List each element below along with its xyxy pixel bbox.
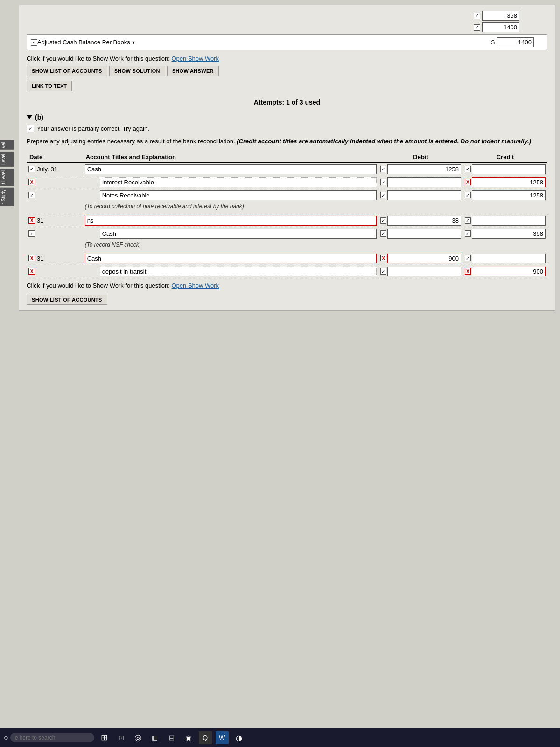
entry2-row2-credit-marker: ✓ xyxy=(465,230,471,237)
th-debit: Debit xyxy=(378,152,463,163)
bottom-buttons: SHOW LIST OF ACCOUNTS xyxy=(27,295,547,305)
link-to-text-row: LINK TO TEXT xyxy=(27,79,547,91)
bottom-show-work: Click if you would like to Show Work for… xyxy=(27,282,547,289)
th-credit: Credit xyxy=(463,152,547,163)
entry1-row1-marker: ✓ xyxy=(28,166,35,172)
collapse-icon[interactable] xyxy=(27,115,32,119)
entry1-row2-debit-cell: ✓ xyxy=(378,176,463,189)
entry3-account-cell xyxy=(83,252,378,265)
entry1-row3-date: ✓ xyxy=(27,189,83,202)
entry3-debit-cell: X xyxy=(378,252,463,265)
entry3-row2-debit-input[interactable] xyxy=(387,267,461,276)
open-show-work-link[interactable]: Open Show Work xyxy=(171,55,219,62)
entry1-date: July. 31 xyxy=(37,166,57,173)
entry1-row2-credit-x: X xyxy=(465,179,471,185)
entry1-interest-input[interactable] xyxy=(100,177,377,187)
taskbar-icon-6[interactable]: ◉ xyxy=(182,731,195,744)
taskbar: ○ ⊞ ⊡ ◎ ▦ ⊟ ◉ Q W ◑ xyxy=(0,728,560,747)
show-solution-button[interactable]: SHOW SOLUTION xyxy=(109,66,165,76)
entry1-row2-account-cell xyxy=(83,176,378,189)
entry1-account-input[interactable] xyxy=(85,164,377,174)
taskbar-icon-5[interactable]: ⊟ xyxy=(165,731,178,744)
sidebar-item-vel[interactable]: vel xyxy=(0,140,14,150)
entry1-memo: (To record collection of note receivable… xyxy=(83,202,547,211)
bottom-show-work-label: Click if you would like to Show Work for… xyxy=(27,282,170,289)
taskbar-icon-3[interactable]: ◎ xyxy=(132,731,145,744)
entry2-debit-input[interactable] xyxy=(387,216,461,226)
entry3-row2-account-cell xyxy=(83,265,378,278)
balance-input[interactable] xyxy=(497,37,534,47)
entry1-row3-debit-input[interactable] xyxy=(387,190,461,200)
entry1-row2-x-marker: X xyxy=(28,179,35,185)
sidebar-item-study[interactable]: r Study xyxy=(0,188,14,206)
entry2-date: 31 xyxy=(37,217,43,224)
entry1-credit-input[interactable] xyxy=(472,164,546,174)
bottom-show-list-button[interactable]: SHOW LIST OF ACCOUNTS xyxy=(27,295,107,305)
th-date: Date xyxy=(27,152,83,163)
entry1-row2-credit-cell: X xyxy=(463,176,547,189)
taskbar-icon-1[interactable]: ⊞ xyxy=(98,731,111,744)
entry1-notes-input[interactable] xyxy=(100,190,377,200)
entry3-debit-x: X xyxy=(380,255,386,261)
entry2-account-input[interactable] xyxy=(85,216,377,226)
link-to-text-button[interactable]: LINK TO TEXT xyxy=(27,81,72,91)
journal-table: Date Account Titles and Explanation Debi… xyxy=(27,152,547,278)
entry2-row2-debit-cell: ✓ xyxy=(378,227,463,240)
entry1-row3-account-cell xyxy=(83,189,378,202)
taskbar-search[interactable]: ○ xyxy=(4,733,94,742)
entry2-cash-input[interactable] xyxy=(100,229,377,239)
entry3-row1-date-cell: X 31 xyxy=(27,252,83,265)
entry3-debit-input[interactable] xyxy=(387,254,461,263)
entry3-date: 31 xyxy=(37,255,43,262)
entry3-credit-input[interactable] xyxy=(472,254,546,263)
entry3-row2-credit-input[interactable] xyxy=(472,267,546,276)
partial-correct-notice: ✓ Your answer is partially correct. Try … xyxy=(27,125,547,132)
entry1-credit-cell: ✓ xyxy=(463,162,547,176)
taskbar-icon-last[interactable]: ◑ xyxy=(232,731,245,744)
table-row: ✓ July. 31 ✓ xyxy=(27,162,547,176)
entry1-debit-cell: ✓ xyxy=(378,162,463,176)
instruction-italic: (Credit account titles are automatically… xyxy=(237,138,531,145)
entry2-row2-account-cell xyxy=(83,227,378,240)
value-input-1400[interactable] xyxy=(482,22,519,32)
section-b-header[interactable]: (b) xyxy=(27,113,547,121)
entry3-row2-credit-x: X xyxy=(465,268,471,275)
entry1-row3-credit-input[interactable] xyxy=(472,190,546,200)
entry2-credit-input[interactable] xyxy=(472,216,546,226)
entry3-cash-input[interactable] xyxy=(85,254,377,263)
value-input-358[interactable] xyxy=(482,11,519,21)
dropdown-arrow[interactable]: ▾ xyxy=(132,39,135,46)
entry2-row2-credit-input[interactable] xyxy=(472,229,546,239)
entry3-x-marker: X xyxy=(28,255,35,261)
entry3-deposit-input[interactable] xyxy=(100,267,377,276)
entry3-credit-cell: ✓ xyxy=(463,252,547,265)
entry1-row2-credit-input[interactable] xyxy=(472,177,546,187)
taskbar-icon-q[interactable]: Q xyxy=(199,731,212,744)
dropdown-label: Adjusted Cash Balance Per Books xyxy=(37,39,130,46)
section-b: (b) ✓ Your answer is partially correct. … xyxy=(27,113,547,305)
entry3-row2-debit-cell: ✓ xyxy=(378,265,463,278)
table-row: X ✓ xyxy=(27,265,547,278)
taskbar-icon-2[interactable]: ⊡ xyxy=(115,731,128,744)
partial-text: Your answer is partially correct. Try ag… xyxy=(37,125,149,132)
table-row: X 31 X xyxy=(27,252,547,265)
entry1-row2-debit-input[interactable] xyxy=(387,177,461,187)
taskbar-icon-4[interactable]: ▦ xyxy=(148,731,161,744)
instruction-main: Prepare any adjusting entries necessary … xyxy=(27,138,235,145)
entry2-memo: (To record NSF check) xyxy=(83,240,547,249)
search-input[interactable] xyxy=(10,733,94,742)
entry2-debit-cell: ✓ xyxy=(378,214,463,227)
sidebar-item-level[interactable]: Level xyxy=(0,152,14,167)
entry2-row2-debit-input[interactable] xyxy=(387,229,461,239)
entry1-row3-debit-marker: ✓ xyxy=(380,192,386,198)
bottom-open-show-work-link[interactable]: Open Show Work xyxy=(171,282,219,289)
taskbar-icon-w[interactable]: W xyxy=(216,731,229,744)
show-list-button[interactable]: SHOW LIST OF ACCOUNTS xyxy=(27,66,107,76)
entry1-debit-input[interactable] xyxy=(387,164,461,174)
sidebar-item-tlevel[interactable]: t Level xyxy=(0,169,14,186)
entry3-row2-date: X xyxy=(27,265,83,278)
entry1-row2-debit-marker: ✓ xyxy=(380,179,386,185)
show-answer-button[interactable]: SHOW ANSWER xyxy=(167,66,219,76)
check-marker-top2: ✓ xyxy=(474,24,480,31)
entry2-debit-marker: ✓ xyxy=(380,217,386,224)
